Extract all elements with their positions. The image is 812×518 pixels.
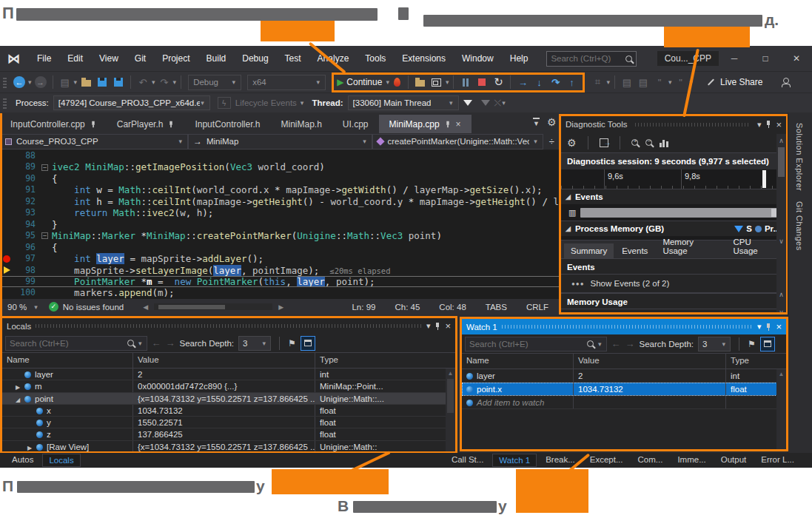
variable-name-cell[interactable]: ▶m: [2, 380, 133, 391]
panel-tab[interactable]: Locals: [42, 454, 80, 467]
variable-row[interactable]: x 1034.73132 float: [2, 405, 455, 417]
break-all-icon[interactable]: [463, 78, 469, 87]
column-header-value[interactable]: Value: [133, 353, 315, 368]
variable-name-cell[interactable]: x: [2, 405, 133, 416]
window-menu-icon[interactable]: ▾: [757, 120, 762, 130]
menu-item[interactable]: Git: [127, 46, 154, 71]
expander-icon[interactable]: ◢: [566, 193, 571, 201]
panel-tab[interactable]: Error L...: [755, 454, 800, 467]
breadcrumb-method[interactable]: createPointMarker(Unigine::Math::Vec3 ▾: [372, 134, 543, 149]
step-over-icon[interactable]: ↷: [548, 74, 562, 90]
scroll-up-icon[interactable]: ∧: [776, 291, 786, 298]
column-header-type[interactable]: Type: [315, 353, 455, 368]
expander-icon[interactable]: ◢: [16, 394, 24, 404]
pin-properties-icon[interactable]: ⚑: [748, 339, 756, 349]
search-box[interactable]: ▾: [465, 337, 607, 352]
watch-row[interactable]: point.x 1034.73132 float: [462, 383, 786, 396]
menu-item[interactable]: View: [91, 46, 127, 71]
diagnostics-tab[interactable]: Events: [615, 243, 654, 258]
variable-name-cell[interactable]: y: [2, 417, 133, 428]
close-tab-icon[interactable]: ×: [456, 119, 461, 130]
tool-rail-tab[interactable]: Solution Explorer: [795, 123, 804, 191]
horizontal-scrollbar[interactable]: [154, 303, 272, 310]
timeline-ruler[interactable]: 9,6s 9,8s: [561, 169, 786, 189]
back-dropdown-icon[interactable]: ▾: [28, 78, 32, 86]
watch-name-cell[interactable]: point.x: [462, 383, 574, 395]
events-track[interactable]: ▥: [561, 204, 786, 221]
variable-row[interactable]: z 137.866425 float: [2, 428, 455, 440]
code-line[interactable]: 88: [0, 150, 560, 161]
gear-icon[interactable]: ⚙: [547, 116, 557, 128]
platform-dropdown[interactable]: x64▾: [247, 75, 326, 90]
menu-item[interactable]: Tools: [357, 46, 394, 71]
next-result-icon[interactable]: →: [166, 337, 175, 349]
expander-icon[interactable]: ▶: [27, 443, 36, 452]
diagnostic-tools-header[interactable]: Diagnostic Tools ▾ ×: [561, 116, 786, 132]
events-section-header[interactable]: ◢ Events: [561, 189, 786, 204]
code-line[interactable]: 93 return Math::ivec2(w, h);: [0, 207, 560, 218]
scrollbar-thumb[interactable]: [447, 379, 454, 413]
watch-value-cell[interactable]: 1034.73132: [574, 383, 726, 395]
menu-item[interactable]: Build: [198, 46, 235, 71]
column-header-type[interactable]: Type: [726, 354, 786, 369]
live-share-button[interactable]: Live Share: [720, 77, 762, 87]
scroll-down-icon[interactable]: ∨: [776, 309, 786, 314]
quick-search[interactable]: [546, 51, 636, 67]
events-swimlane[interactable]: [580, 208, 780, 218]
editor-tab[interactable]: CarPlayer.h ×: [107, 115, 185, 133]
variable-value-cell[interactable]: 1034.73132: [133, 405, 315, 416]
editor-tab[interactable]: UI.cpp ×: [332, 115, 379, 133]
code-line[interactable]: 95−MiniMap::Marker *MiniMap::createPoint…: [0, 230, 560, 241]
menu-item[interactable]: Project: [154, 46, 198, 71]
variable-row[interactable]: ◢point {x=1034.73132 y=1550.22571 z=137.…: [2, 393, 455, 405]
code-line[interactable]: 91 int w = Math::ceilInt(world_coord.x *…: [0, 184, 560, 195]
chevron-down-icon[interactable]: ▾: [598, 340, 602, 348]
configuration-dropdown[interactable]: Debug▾: [188, 75, 241, 90]
panel-tab[interactable]: Com...: [632, 454, 669, 467]
undo-dropdown-icon[interactable]: ▾: [152, 78, 155, 86]
step-out-icon[interactable]: ↑: [565, 74, 578, 90]
lifecycle-events-icon[interactable]: ϟ: [218, 97, 231, 109]
variable-value-cell[interactable]: 137.866425: [133, 428, 315, 440]
panel-tab[interactable]: Autos: [6, 454, 39, 467]
menu-item[interactable]: Debug: [234, 46, 276, 71]
undo-icon[interactable]: ↶: [136, 74, 150, 90]
prev-result-icon[interactable]: ←: [152, 337, 161, 349]
memory-section-header[interactable]: ◢ Process Memory (GB) S Pr...: [561, 221, 786, 236]
scrollbar-thumb[interactable]: [778, 147, 785, 177]
solution-badge[interactable]: Cou..._CPP: [657, 51, 719, 66]
variable-value-cell[interactable]: {x=1034.73132 y=1550.22571 z=137.866425 …: [133, 441, 315, 452]
continue-button[interactable]: Continue: [346, 77, 382, 87]
breakpoint-icon[interactable]: [3, 255, 10, 263]
variable-value-cell[interactable]: {x=1034.73132 y=1550.22571 z=137.866425 …: [133, 393, 315, 404]
watch-name-cell[interactable]: Add item to watch: [462, 396, 574, 408]
zoom-in-icon[interactable]: +: [631, 139, 638, 146]
watch-row[interactable]: layer 2 int: [462, 369, 786, 383]
expander-icon[interactable]: ◢: [566, 225, 571, 232]
close-button[interactable]: ✕: [781, 46, 812, 71]
watch-name-cell[interactable]: layer: [462, 369, 574, 382]
code-line[interactable]: 97 int layer = mapSprite->addLayer();: [0, 253, 560, 264]
save-all-icon[interactable]: [114, 78, 123, 87]
document-outline-icon[interactable]: ▤: [637, 74, 650, 90]
document-icon[interactable]: ▤: [620, 74, 634, 90]
continue-dropdown-icon[interactable]: ▾: [386, 78, 389, 86]
analysis-dropdown-icon[interactable]: ▾: [606, 78, 610, 86]
variable-value-cell[interactable]: 1550.22571: [133, 417, 315, 428]
code-line[interactable]: 92 int h = Math::ceilInt(mapImage->getHe…: [0, 196, 560, 207]
pin-icon[interactable]: [765, 323, 771, 331]
uncomment-icon[interactable]: ": [674, 74, 688, 90]
column-header-name[interactable]: Name: [462, 354, 574, 369]
breadcrumb-project[interactable]: Course_PROJ3_CPP ▾: [0, 134, 188, 149]
diagnostics-tab[interactable]: Summary: [564, 243, 614, 258]
search-depth-dropdown[interactable]: 3▾: [238, 336, 271, 351]
breadcrumb-class[interactable]: → MiniMap ▾: [188, 134, 372, 149]
search-box[interactable]: ▾: [5, 336, 147, 351]
new-file-dropdown-icon[interactable]: ▾: [74, 78, 78, 86]
flagged-threads-icon[interactable]: ⤬: [494, 98, 502, 108]
show-events-link[interactable]: ●●● Show Events (2 of 2): [561, 275, 786, 293]
close-icon[interactable]: ×: [445, 320, 451, 332]
menu-item[interactable]: Help: [502, 46, 537, 71]
prev-result-icon[interactable]: ←: [611, 338, 621, 349]
process-dropdown[interactable]: [47924] Course_PROJ3_CPP_x64d.e▾: [53, 95, 210, 110]
